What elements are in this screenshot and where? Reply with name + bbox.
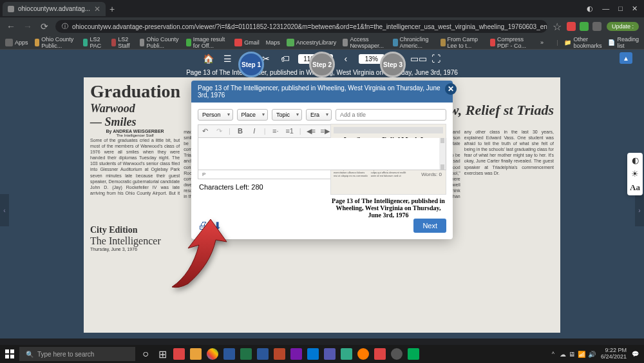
undo-icon[interactable]: ↶ [200, 127, 209, 135]
indent-icon[interactable]: ≡▶ [321, 127, 330, 135]
bookmark-item[interactable]: Ohio County Publi... [140, 36, 180, 49]
download-icon[interactable]: ⬇ [213, 220, 222, 232]
step-badge-2[interactable]: Step 2 [309, 52, 335, 77]
window-controls: ◐ — □ ✕ [587, 5, 644, 13]
editor-textarea[interactable] [198, 138, 446, 170]
next-button[interactable]: Next [413, 219, 446, 233]
task-view-icon[interactable]: ⊞ [155, 346, 170, 362]
bookmarks-bar: Apps Ohio County Public... LS2 PAC LS2 S… [0, 35, 644, 50]
network-icon[interactable]: 🖥 [569, 351, 575, 358]
print-icon[interactable]: 🖨 [198, 220, 208, 232]
taskbar-app[interactable] [238, 346, 254, 362]
era-dropdown[interactable]: Era [306, 109, 332, 121]
apps-button[interactable]: Apps [5, 39, 28, 46]
bookmark-item[interactable]: AncestryLibrary [287, 39, 337, 46]
person-dropdown[interactable]: Person [198, 109, 233, 121]
bold-icon[interactable]: B [236, 127, 245, 135]
close-window-icon[interactable]: ✕ [632, 5, 638, 13]
svg-rect-2 [5, 355, 9, 358]
bookmark-star-icon[interactable]: ☆ [553, 21, 562, 33]
maximize-icon[interactable]: □ [618, 5, 623, 13]
bookmark-item[interactable]: LS2 PAC [83, 36, 105, 49]
modal-title: Page 13 of The Intelligencer, published … [198, 84, 446, 99]
volume-icon[interactable]: 🔊 [588, 351, 596, 358]
bookmark-item[interactable]: Ohio County Public... [35, 36, 77, 49]
clip-caption: Page 13 of The Intelligencer, published … [330, 197, 446, 219]
ext-icon[interactable] [567, 22, 576, 31]
browser-tabs-row: ohiocountywv.advantag... ✕ + ◐ — □ ✕ [0, 0, 644, 17]
taskbar-app[interactable] [255, 346, 270, 362]
extension-icon[interactable]: ◐ [587, 5, 593, 13]
bookmark-item[interactable]: From Camp Lee to t... [440, 36, 484, 49]
new-tab-button[interactable]: + [109, 4, 115, 14]
document-viewer: Step 1 Step 2 Step 3 🏠 ☰ 🔍 ✂ 🏷 110% ‹ 13… [0, 50, 644, 338]
extensions [567, 22, 601, 31]
bookmark-item[interactable]: Access Newspaper... [343, 36, 386, 49]
taskbar-app[interactable] [389, 346, 404, 362]
taskbar-clock[interactable]: 9:22 PM 6/24/2021 [601, 348, 627, 360]
bookmark-item[interactable]: Compress PDF - Co... [490, 36, 534, 49]
step-badge-3[interactable]: Step 3 [380, 52, 406, 77]
tray-overflow-icon[interactable]: ^ [552, 351, 554, 357]
taskbar-app[interactable] [272, 346, 287, 362]
step-badge-1[interactable]: Step 1 [238, 52, 264, 77]
bookmark-item[interactable]: Gmail [234, 39, 260, 46]
taskbar-app[interactable] [305, 346, 321, 362]
number-list-icon[interactable]: ≡1 [285, 127, 294, 135]
update-button[interactable]: Update : [607, 22, 639, 31]
other-bookmarks[interactable]: 📁Other bookmarks [564, 36, 601, 49]
modal-close-button[interactable]: ✕ [445, 83, 457, 95]
browser-tab[interactable]: ohiocountywv.advantag... ✕ [3, 2, 106, 16]
bookmark-item[interactable]: Image result for Off... [186, 36, 228, 49]
system-tray: ^ ☁ 🖥 📶 🔊 9:22 PM 6/24/2021 💬 [552, 348, 644, 360]
editor-word-count: Words: 0 [421, 172, 442, 177]
taskbar-app[interactable] [188, 346, 204, 362]
bookmark-item[interactable]: LS2 Staff [111, 36, 133, 49]
url-text: ohiocountywv.advantage-preservation.com/… [72, 23, 547, 30]
notifications-icon[interactable]: 💬 [632, 351, 639, 357]
ext-icon[interactable] [580, 22, 589, 31]
redo-icon[interactable]: ↷ [214, 127, 223, 135]
bookmark-item[interactable]: Maps [266, 39, 280, 46]
taskbar-app[interactable] [372, 346, 388, 362]
topic-dropdown[interactable]: Topic [272, 109, 302, 121]
onedrive-icon[interactable]: ☁ [560, 351, 566, 358]
tab-close-icon[interactable]: ✕ [94, 5, 100, 14]
taskbar-app[interactable] [322, 346, 337, 362]
taskbar-search[interactable]: 🔍 Type here to search [19, 347, 135, 361]
forward-button[interactable]: → [22, 21, 33, 32]
back-button[interactable]: ← [5, 21, 17, 32]
svg-rect-1 [10, 349, 14, 353]
taskbar-app[interactable] [406, 346, 421, 362]
reading-list[interactable]: 📄Reading list [608, 36, 639, 49]
bookmarks-overflow[interactable]: » [540, 39, 544, 46]
italic-icon[interactable]: I [250, 127, 259, 135]
search-placeholder: Type here to search [37, 351, 94, 358]
taskbar-app[interactable] [339, 346, 354, 362]
url-bar[interactable]: ⓘ ohiocountywv.advantage-preservation.co… [55, 20, 547, 33]
title-input[interactable] [336, 109, 446, 121]
editor-scrollbar[interactable] [439, 138, 446, 170]
minimize-icon[interactable]: — [602, 5, 609, 13]
taskbar-app[interactable] [222, 346, 237, 362]
tab-favicon [8, 6, 14, 12]
taskbar-app[interactable] [355, 346, 371, 362]
ext-icon[interactable] [592, 22, 601, 31]
taskbar-app[interactable] [289, 346, 304, 362]
bullet-list-icon[interactable]: ≡· [271, 127, 280, 135]
site-info-icon[interactable]: ⓘ [62, 22, 68, 31]
modal-footer: 🖨 ⬇ Next [191, 219, 453, 239]
svg-rect-0 [5, 349, 9, 353]
place-dropdown[interactable]: Place [237, 109, 269, 121]
url-bar-row: ← → ⟳ ⓘ ohiocountywv.advantage-preservat… [0, 17, 644, 35]
wifi-icon[interactable]: 📶 [578, 351, 585, 358]
taskbar-app[interactable] [205, 346, 220, 362]
bookmark-item[interactable]: Chronicling Americ... [393, 36, 434, 49]
outdent-icon[interactable]: ◀≡ [307, 127, 316, 135]
start-button[interactable] [0, 345, 19, 363]
modal-header: Page 13 of The Intelligencer, published … [191, 81, 453, 103]
cortana-icon[interactable]: ○ [138, 346, 153, 362]
taskbar: 🔍 Type here to search ○ ⊞ ^ ☁ 🖥 📶 🔊 9:22… [0, 345, 644, 363]
taskbar-app[interactable] [171, 346, 187, 362]
reload-button[interactable]: ⟳ [39, 21, 50, 32]
